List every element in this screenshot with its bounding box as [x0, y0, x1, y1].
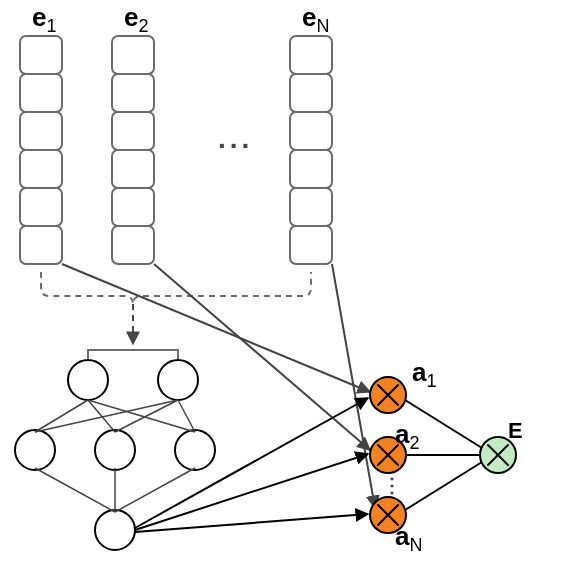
- svg-rect-13: [112, 188, 154, 226]
- arrow-nn-a2: [135, 454, 368, 530]
- svg-rect-19: [290, 188, 332, 226]
- embedding-e2: [112, 36, 154, 264]
- svg-line-21: [35, 400, 88, 432]
- svg-line-27: [35, 468, 115, 512]
- edge-aN-E: [405, 462, 482, 510]
- svg-rect-12: [112, 150, 154, 188]
- nn-node-h2a: [15, 430, 55, 470]
- svg-text:a1: a1: [412, 357, 436, 391]
- vdots-attn: ⋮: [382, 474, 402, 496]
- svg-text:e2: e2: [124, 2, 148, 36]
- svg-rect-14: [112, 226, 154, 264]
- label-eN: eN: [302, 2, 329, 36]
- svg-rect-8: [20, 226, 62, 264]
- svg-rect-17: [290, 112, 332, 150]
- svg-line-29: [115, 468, 195, 512]
- svg-rect-7: [20, 188, 62, 226]
- svg-text:aN: aN: [395, 521, 422, 555]
- svg-text:e1: e1: [32, 2, 56, 36]
- ellipsis-embeddings: ...: [218, 123, 253, 154]
- svg-rect-15: [290, 36, 332, 74]
- label-aN: aN: [395, 521, 422, 555]
- nn-node-out: [95, 510, 135, 550]
- label-e1: e1: [32, 2, 56, 36]
- svg-rect-10: [112, 74, 154, 112]
- svg-rect-20: [290, 226, 332, 264]
- svg-text:a2: a2: [395, 419, 419, 453]
- label-E: E: [508, 418, 523, 443]
- svg-rect-9: [112, 36, 154, 74]
- svg-rect-5: [20, 112, 62, 150]
- gather-bracket: [41, 272, 311, 304]
- svg-line-25: [115, 400, 178, 432]
- embedding-eN: [290, 36, 332, 264]
- svg-rect-11: [112, 112, 154, 150]
- nn-node-h2c: [175, 430, 215, 470]
- embedding-e1: [20, 36, 62, 264]
- arrow-e1-a1: [62, 264, 370, 392]
- nn-node-h2b: [95, 430, 135, 470]
- arrow-eN-aN: [332, 264, 375, 508]
- svg-text:eN: eN: [302, 2, 329, 36]
- svg-rect-4: [20, 74, 62, 112]
- node-a1: [370, 377, 406, 413]
- nn-node-h1b: [158, 360, 198, 400]
- label-a1: a1: [412, 357, 436, 391]
- svg-rect-6: [20, 150, 62, 188]
- svg-rect-3: [20, 36, 62, 74]
- label-e2: e2: [124, 2, 148, 36]
- svg-rect-18: [290, 150, 332, 188]
- label-a2: a2: [395, 419, 419, 453]
- svg-rect-16: [290, 74, 332, 112]
- arrow-nn-aN: [135, 514, 368, 532]
- arrow-nn-a1: [135, 398, 368, 528]
- nn-top-bracket: [88, 350, 178, 362]
- nn-node-h1a: [68, 360, 108, 400]
